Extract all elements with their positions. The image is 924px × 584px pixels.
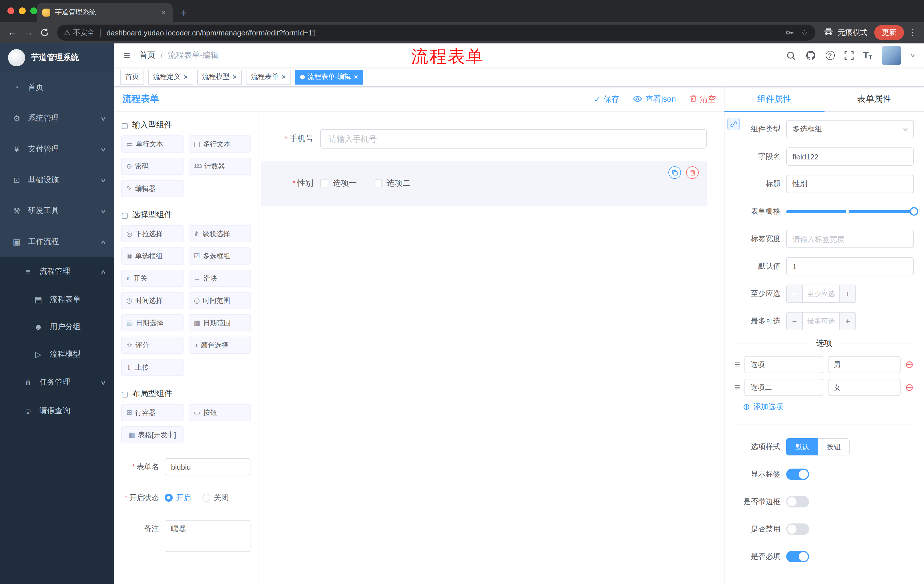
breadcrumb-home[interactable]: 首页 xyxy=(139,50,155,61)
hamburger-icon[interactable]: ≡ xyxy=(124,50,130,61)
sidebar-item-leave-query[interactable]: ☺ 请假查询 xyxy=(0,396,114,425)
fullscreen-icon[interactable] xyxy=(844,51,853,60)
decrease-button[interactable]: − xyxy=(787,313,803,330)
user-avatar[interactable] xyxy=(882,46,901,65)
tab-close-icon[interactable]: × xyxy=(160,8,167,17)
style-button-button[interactable]: 按钮 xyxy=(818,438,850,456)
tag-process-model[interactable]: 流程模型 × xyxy=(197,69,242,84)
palette-item-date-range[interactable]: ▥日期范围 xyxy=(189,314,251,331)
tag-process-definition[interactable]: 流程定义 × xyxy=(148,69,193,84)
palette-item-date-picker[interactable]: ▦日期选择 xyxy=(121,314,183,331)
form-name-input[interactable] xyxy=(165,458,251,475)
slider-handle[interactable] xyxy=(910,207,918,216)
sidebar-item-workflow[interactable]: ▣ 工作流程 ∧ xyxy=(0,226,114,257)
phone-input[interactable] xyxy=(320,129,707,148)
form-canvas[interactable]: *手机号 xyxy=(259,112,724,584)
address-bar[interactable]: ⚠ 不安全 dashboard.yudao.iocoder.cn/bpm/man… xyxy=(57,25,815,41)
browser-menu-icon[interactable]: ⋮ xyxy=(909,28,917,38)
copy-field-button[interactable] xyxy=(668,166,681,179)
save-button[interactable]: ✓ 保存 xyxy=(594,94,619,104)
remove-option-icon[interactable]: ⊖ xyxy=(905,359,914,370)
tag-home[interactable]: 首页 xyxy=(120,69,144,84)
palette-item-table[interactable]: ▦表格[开发中] xyxy=(121,426,183,443)
slider-track[interactable] xyxy=(786,210,914,213)
form-remark-textarea[interactable]: 嘿嘿 xyxy=(165,520,251,552)
tag-close-icon[interactable]: × xyxy=(281,73,285,81)
palette-item-cascader[interactable]: ⋔级联选择 xyxy=(189,225,251,242)
password-key-icon[interactable] xyxy=(782,25,797,40)
sidebar-item-process-management[interactable]: ≡ 流程管理 ∧ xyxy=(0,257,114,286)
search-icon[interactable] xyxy=(786,51,795,60)
palette-item-time-picker[interactable]: ◷时间选择 xyxy=(121,292,183,309)
title-input[interactable] xyxy=(786,175,914,193)
status-radio-off[interactable]: 关闭 xyxy=(202,489,229,506)
option-label-input[interactable] xyxy=(745,379,823,396)
tag-close-icon[interactable]: × xyxy=(183,73,188,81)
font-size-icon[interactable]: TT xyxy=(863,50,872,61)
add-option-button[interactable]: ⊕ 添加选项 xyxy=(743,402,914,412)
increase-button[interactable]: + xyxy=(839,285,855,302)
drag-handle-icon[interactable]: ≡ xyxy=(735,360,740,369)
sidebar-item-home[interactable]: ◔ 首页 xyxy=(0,72,114,103)
option-value-input[interactable] xyxy=(828,379,901,396)
border-toggle[interactable] xyxy=(786,496,809,507)
checkbox-option-2[interactable]: 选项二 xyxy=(374,178,411,189)
palette-item-editor[interactable]: ✎编辑器 xyxy=(121,180,183,197)
sidebar-item-system[interactable]: ⚙ 系统管理 ∨ xyxy=(0,103,114,134)
zoom-window-button[interactable] xyxy=(30,7,37,14)
option-value-input[interactable] xyxy=(828,356,901,373)
sidebar-item-process-form[interactable]: ▤ 流程表单 xyxy=(0,286,114,313)
canvas-field-gender[interactable]: *性别 选项一 选项二 xyxy=(261,161,707,206)
palette-item-select[interactable]: ◎下拉选择 xyxy=(121,225,183,242)
link-icon[interactable] xyxy=(727,118,740,130)
component-type-select[interactable]: 多选框组 ∨ xyxy=(786,120,914,138)
field-name-input[interactable] xyxy=(786,147,914,166)
new-tab-button[interactable]: + xyxy=(181,7,187,18)
increase-button[interactable]: + xyxy=(839,313,855,330)
palette-item-counter[interactable]: 123计数器 xyxy=(189,158,251,175)
reload-icon[interactable] xyxy=(36,25,53,41)
palette-item-radio-group[interactable]: ◉单选框组 xyxy=(121,247,183,265)
help-icon[interactable]: ? xyxy=(825,51,835,60)
app-logo[interactable]: 芋道管理系统 xyxy=(0,43,114,72)
tab-component-props[interactable]: 组件属性 xyxy=(724,87,824,112)
sidebar-item-infrastructure[interactable]: ⊡ 基础设施 ∨ xyxy=(0,165,114,196)
checkbox-option-1[interactable]: 选项一 xyxy=(320,178,357,189)
palette-item-upload[interactable]: ⇧上传 xyxy=(121,359,183,376)
clear-button[interactable]: 清空 xyxy=(690,94,716,104)
palette-item-color-picker[interactable]: ◑颜色选择 xyxy=(189,337,251,354)
form-grid-slider[interactable] xyxy=(786,202,914,220)
browser-tab[interactable]: 芋道管理系统 × xyxy=(36,3,173,22)
bookmark-star-icon[interactable]: ☆ xyxy=(797,25,812,40)
palette-item-checkbox-group[interactable]: ☑多选框组 xyxy=(189,247,251,265)
show-label-toggle[interactable] xyxy=(786,469,809,480)
avatar-caret-icon[interactable]: ∨ xyxy=(910,53,916,58)
label-width-input[interactable] xyxy=(786,230,914,248)
sidebar-item-devtools[interactable]: ⚒ 研发工具 ∨ xyxy=(0,196,114,226)
security-label[interactable]: 不安全 xyxy=(73,28,95,38)
github-icon[interactable] xyxy=(805,50,816,61)
palette-item-time-range[interactable]: ◶时间范围 xyxy=(189,292,251,309)
tag-close-icon[interactable]: × xyxy=(354,73,358,81)
palette-item-button[interactable]: ▭按钮 xyxy=(189,404,251,421)
decrease-button[interactable]: − xyxy=(787,285,803,302)
max-select-placeholder[interactable]: 最多可选 xyxy=(803,313,839,330)
drag-handle-icon[interactable]: ≡ xyxy=(735,383,740,392)
forward-icon[interactable]: → xyxy=(21,25,36,41)
remove-option-icon[interactable]: ⊖ xyxy=(905,382,914,393)
palette-item-single-line-text[interactable]: ▭单行文本 xyxy=(121,135,183,153)
delete-field-button[interactable] xyxy=(686,166,699,179)
disabled-toggle[interactable] xyxy=(786,523,809,535)
back-icon[interactable]: ← xyxy=(5,25,21,41)
palette-item-row-container[interactable]: ⊞行容器 xyxy=(121,404,183,421)
canvas-field-phone[interactable]: *手机号 xyxy=(261,125,707,153)
tab-form-props[interactable]: 表单属性 xyxy=(824,87,924,112)
palette-item-rate[interactable]: ☆评分 xyxy=(121,337,183,354)
palette-item-switch[interactable]: ◐开关 xyxy=(121,270,183,287)
sidebar-item-user-group[interactable]: ☻ 用户分组 xyxy=(0,313,114,341)
required-toggle[interactable] xyxy=(786,551,809,562)
min-select-placeholder[interactable]: 至少应选 xyxy=(803,285,839,302)
tag-close-icon[interactable]: × xyxy=(233,73,237,81)
style-default-button[interactable]: 默认 xyxy=(786,438,818,456)
view-json-button[interactable]: 查看json xyxy=(633,94,676,104)
